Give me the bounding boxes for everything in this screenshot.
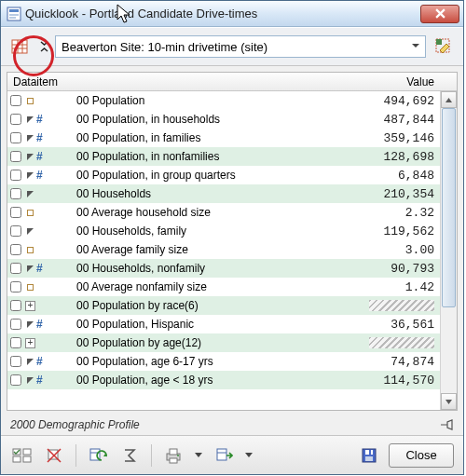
print-button[interactable] bbox=[161, 443, 185, 468]
row-value: 3.00 bbox=[356, 243, 440, 257]
status-bar: 2000 Demographic Profile bbox=[1, 416, 463, 435]
row-label: 00 Population, in households bbox=[76, 113, 356, 126]
titlebar[interactable]: Quicklook - Portland Candidate Drive-tim… bbox=[1, 1, 463, 27]
row-checkbox[interactable] bbox=[7, 207, 24, 218]
data-row[interactable]: 00 Average family size3.00 bbox=[7, 240, 440, 259]
scroll-track[interactable] bbox=[441, 108, 457, 393]
row-checkbox[interactable] bbox=[7, 95, 24, 106]
toggle-checks-button[interactable] bbox=[10, 443, 34, 468]
data-row[interactable]: #00 Population, in nonfamilies128,698 bbox=[7, 147, 440, 166]
scroll-down-button[interactable] bbox=[441, 393, 457, 410]
data-row[interactable]: 00 Households, family119,562 bbox=[7, 222, 440, 240]
row-checkbox[interactable] bbox=[7, 319, 24, 330]
column-value[interactable]: Value bbox=[354, 75, 440, 88]
data-row[interactable]: 00 Average nonfamily size1.42 bbox=[7, 278, 440, 296]
data-row[interactable]: #00 Population, Hispanic36,561 bbox=[7, 315, 440, 333]
data-row[interactable]: #00 Population, in group quarters6,848 bbox=[7, 166, 440, 184]
svg-point-21 bbox=[177, 455, 179, 456]
row-type-icon: # bbox=[24, 131, 76, 144]
data-row[interactable]: +00 Population by race(6) bbox=[7, 296, 440, 315]
sum-button[interactable] bbox=[117, 443, 142, 468]
site-select-label: Beaverton Site: 10-min drivetime (site) bbox=[62, 40, 267, 54]
scroll-thumb[interactable] bbox=[442, 108, 456, 307]
data-row[interactable]: #00 Population, in families359,146 bbox=[7, 129, 440, 147]
clear-checks-button[interactable] bbox=[42, 443, 66, 468]
row-checkbox[interactable] bbox=[7, 151, 24, 162]
site-select[interactable]: Beaverton Site: 10-min drivetime (site) bbox=[55, 35, 426, 58]
column-dataitem[interactable]: Dataitem bbox=[7, 75, 354, 88]
row-checkbox[interactable] bbox=[7, 374, 24, 386]
highlight-selection-button[interactable] bbox=[432, 34, 456, 59]
row-type-icon bbox=[24, 96, 76, 105]
data-row[interactable]: 00 Average household size2.32 bbox=[7, 203, 440, 222]
row-value: 210,354 bbox=[356, 187, 440, 201]
row-checkbox[interactable] bbox=[7, 281, 24, 292]
row-type-icon: + bbox=[24, 301, 76, 311]
refresh-button[interactable] bbox=[86, 443, 110, 468]
row-label: 00 Population, in group quarters bbox=[76, 169, 356, 182]
vertical-scrollbar[interactable] bbox=[440, 91, 457, 410]
data-row[interactable]: 00 Households210,354 bbox=[7, 184, 440, 203]
scroll-up-button[interactable] bbox=[441, 91, 457, 108]
row-checkbox[interactable] bbox=[7, 263, 24, 274]
row-type-icon: # bbox=[24, 318, 76, 331]
row-value: 128,698 bbox=[356, 150, 440, 164]
close-button-label: Close bbox=[405, 448, 436, 462]
row-checkbox[interactable] bbox=[7, 225, 24, 237]
row-checkbox[interactable] bbox=[7, 170, 24, 181]
svg-rect-26 bbox=[365, 456, 373, 461]
quicklook-window: Quicklook - Portland Candidate Drive-tim… bbox=[0, 0, 464, 475]
row-checkbox[interactable] bbox=[7, 244, 24, 255]
row-checkbox[interactable] bbox=[7, 356, 24, 367]
svg-rect-4 bbox=[12, 40, 27, 53]
row-type-icon: # bbox=[24, 355, 76, 368]
row-label: 00 Population, in families bbox=[76, 131, 356, 144]
row-checkbox[interactable] bbox=[7, 132, 24, 143]
row-value: 6,848 bbox=[356, 169, 440, 183]
print-dropdown-icon[interactable] bbox=[193, 453, 204, 458]
row-label: 00 Population, age < 18 yrs bbox=[76, 374, 356, 387]
row-label: 00 Population bbox=[76, 94, 356, 107]
row-type-icon: # bbox=[24, 150, 76, 163]
row-value: 2.32 bbox=[356, 206, 440, 220]
row-type-icon: # bbox=[24, 262, 76, 275]
window-close-button[interactable] bbox=[420, 5, 459, 23]
row-type-icon bbox=[24, 208, 76, 217]
window-title: Quicklook - Portland Candidate Drive-tim… bbox=[25, 7, 420, 20]
export-dropdown-icon[interactable] bbox=[243, 453, 254, 458]
svg-rect-10 bbox=[436, 39, 442, 45]
data-row[interactable]: #00 Population, in households487,844 bbox=[7, 110, 440, 129]
row-label: 00 Population by age(12) bbox=[76, 336, 369, 349]
row-type-icon: # bbox=[24, 113, 76, 126]
export-button[interactable] bbox=[212, 443, 236, 468]
data-row[interactable]: +00 Population by age(12) bbox=[7, 333, 440, 352]
save-button[interactable] bbox=[357, 443, 381, 468]
row-label: 00 Households, nonfamily bbox=[76, 262, 356, 275]
grid-dropdown-icon[interactable] bbox=[38, 41, 49, 52]
row-checkbox[interactable] bbox=[7, 300, 24, 311]
data-row[interactable]: 00 Population494,692 bbox=[7, 91, 440, 110]
data-row[interactable]: #00 Population, age < 18 yrs114,570 bbox=[7, 371, 440, 389]
svg-rect-1 bbox=[9, 9, 19, 12]
row-value: 36,561 bbox=[356, 318, 440, 332]
svg-rect-19 bbox=[170, 449, 177, 455]
pin-icon[interactable] bbox=[439, 418, 456, 431]
row-type-icon: # bbox=[24, 169, 76, 182]
close-button[interactable]: Close bbox=[389, 443, 454, 468]
svg-rect-2 bbox=[9, 14, 19, 16]
data-row[interactable]: #00 Population, age 6-17 yrs74,874 bbox=[7, 352, 440, 371]
row-value: 74,874 bbox=[356, 355, 440, 369]
data-grid-button[interactable] bbox=[8, 34, 33, 59]
list-header[interactable]: Dataitem Value bbox=[7, 73, 457, 91]
row-checkbox[interactable] bbox=[7, 188, 24, 199]
row-label: 00 Population, Hispanic bbox=[76, 318, 356, 331]
row-type-icon: + bbox=[24, 338, 76, 348]
row-checkbox[interactable] bbox=[7, 114, 24, 125]
row-value-hatch bbox=[369, 300, 434, 311]
row-value: 90,793 bbox=[356, 262, 440, 276]
data-row[interactable]: #00 Households, nonfamily90,793 bbox=[7, 259, 440, 278]
row-label: 00 Households bbox=[76, 187, 356, 200]
row-checkbox[interactable] bbox=[7, 337, 24, 348]
bottom-toolbar: Close bbox=[1, 435, 463, 474]
row-type-icon: # bbox=[24, 374, 76, 387]
